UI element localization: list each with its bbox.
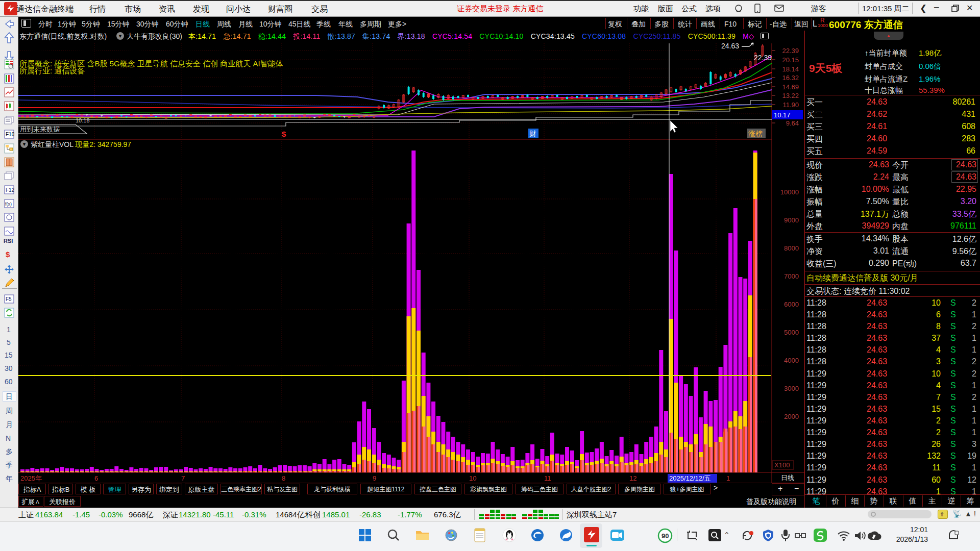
svg-text:6000: 6000	[784, 300, 799, 308]
svg-text:22.39: 22.39	[754, 54, 772, 62]
svg-text:10: 10	[469, 474, 476, 482]
svg-text:F10: F10	[6, 132, 14, 137]
svg-text:24.63: 24.63	[721, 42, 739, 50]
svg-text:7000: 7000	[784, 272, 799, 280]
svg-text:20.15: 20.15	[782, 56, 799, 64]
svg-text:2025年: 2025年	[20, 474, 42, 482]
svg-text:10.17: 10.17	[774, 111, 791, 119]
svg-text:9.64: 9.64	[786, 119, 799, 127]
svg-text:3000: 3000	[784, 385, 799, 392]
svg-text:8: 8	[282, 474, 285, 482]
svg-text:10000: 10000	[780, 188, 799, 196]
svg-text:14.69: 14.69	[782, 83, 799, 91]
svg-text:13.22: 13.22	[782, 92, 799, 99]
svg-text:f(x): f(x)	[5, 202, 12, 207]
svg-text:X100: X100	[774, 461, 790, 469]
svg-text:18.14: 18.14	[782, 65, 799, 73]
svg-text:9: 9	[373, 474, 376, 482]
svg-text:F5: F5	[6, 296, 12, 302]
svg-text:22.39: 22.39	[782, 47, 799, 55]
svg-text:$: $	[282, 130, 286, 138]
svg-text:7: 7	[181, 474, 185, 482]
svg-text:90: 90	[662, 532, 669, 540]
svg-text:F12: F12	[6, 187, 14, 193]
svg-text:9000: 9000	[784, 216, 799, 224]
svg-text:2000: 2000	[784, 413, 799, 420]
svg-text:涨榜: 涨榜	[748, 130, 763, 138]
svg-text:2025/12/12/五: 2025/12/12/五	[669, 474, 711, 482]
svg-text:12: 12	[629, 474, 636, 482]
svg-text:11: 11	[544, 474, 551, 482]
svg-text:4000: 4000	[784, 357, 799, 364]
svg-text:6: 6	[94, 474, 98, 482]
svg-text:11.90: 11.90	[782, 101, 799, 109]
svg-text:8000: 8000	[784, 244, 799, 252]
svg-text:日线: 日线	[781, 474, 794, 482]
svg-text:财: 财	[529, 130, 536, 138]
svg-text:用到未来数据: 用到未来数据	[20, 126, 60, 133]
svg-text:16.32: 16.32	[782, 74, 799, 82]
svg-text:1: 1	[726, 474, 730, 482]
svg-text:10.18: 10.18	[76, 117, 90, 123]
svg-text:5000: 5000	[784, 329, 799, 336]
